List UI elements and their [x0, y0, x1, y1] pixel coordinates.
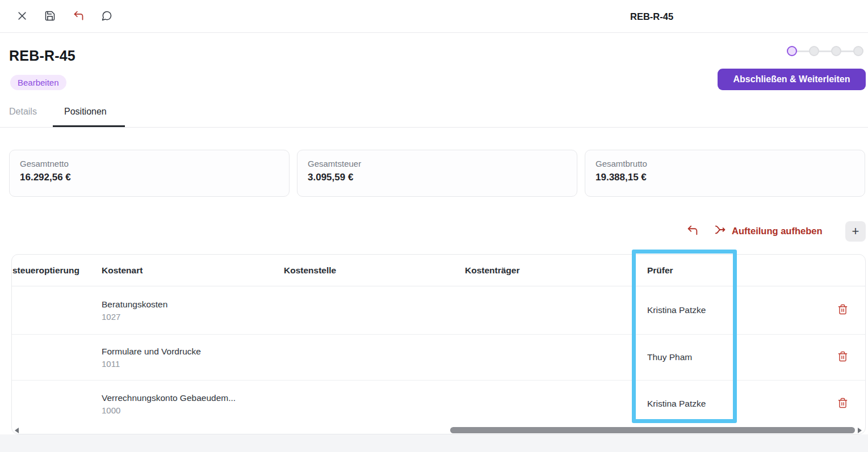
trash-icon [837, 351, 848, 364]
delete-row-button[interactable] [835, 396, 850, 411]
app-window: REB-R-45 REB-R-45 Bearbeiten Abschließen… [0, 0, 868, 452]
scrollbar-thumb[interactable] [450, 427, 855, 433]
kostenart-name: Beratungskosten [102, 299, 167, 310]
finish-forward-button[interactable]: Abschließen & Weiterleiten [718, 69, 866, 90]
stepper-connector [796, 50, 810, 52]
add-position-button[interactable]: + [845, 221, 866, 242]
tab-details[interactable]: Details [9, 107, 37, 117]
status-badge: Bearbeiten [10, 75, 66, 90]
save-button[interactable] [43, 10, 57, 23]
column-header-kostentraeger: Kostenträger [465, 255, 519, 286]
trash-icon [837, 398, 848, 410]
totals-cards: Gesamtnetto 16.292,56 € Gesamtsteuer 3.0… [9, 150, 865, 197]
scroll-left-arrow[interactable] [15, 428, 19, 433]
kostenart-cell: Formulare und Vordrucke 1011 [102, 347, 201, 369]
kostenart-code: 1000 [102, 405, 236, 415]
undo-icon [73, 10, 85, 23]
pruefer-cell: Kristina Patzke [647, 399, 706, 409]
table-row[interactable]: Beratungskosten 1027 Kristina Patzke [12, 286, 865, 335]
tabs-divider [0, 127, 868, 128]
card-label: Gesamtbrutto [596, 159, 854, 168]
table-row[interactable]: Verrechnungskonto Gebaeudem... 1000 Kris… [12, 381, 865, 426]
stepper-step-3[interactable] [831, 46, 841, 56]
stepper-step-4[interactable] [853, 46, 863, 56]
page-title: REB-R-45 [9, 48, 76, 64]
card-value: 19.388,15 € [596, 172, 854, 183]
top-toolbar: REB-R-45 [0, 0, 868, 33]
kostenart-name: Verrechnungskonto Gebaeudem... [102, 392, 236, 403]
card-value: 16.292,56 € [20, 172, 279, 183]
positions-table: steueroptierung Kostenart Kostenstelle K… [11, 254, 866, 434]
comment-button[interactable] [100, 10, 114, 23]
unsplit-label: Aufteilung aufheben [732, 226, 823, 236]
pruefer-cell: Thuy Pham [647, 352, 692, 362]
unsplit-button[interactable]: Aufteilung aufheben [714, 222, 823, 239]
kostenart-cell: Verrechnungskonto Gebaeudem... 1000 [102, 392, 236, 415]
table-row[interactable]: Formulare und Vordrucke 1011 Thuy Pham [12, 335, 865, 381]
comment-icon [101, 10, 112, 23]
save-icon [44, 10, 56, 23]
delete-row-button[interactable] [835, 350, 850, 365]
undo-icon [686, 224, 699, 238]
column-header-pruefer: Prüfer [647, 255, 673, 286]
tab-positionen[interactable]: Positionen [64, 107, 107, 117]
delete-row-button[interactable] [835, 303, 850, 318]
horizontal-scrollbar [12, 425, 865, 434]
kostenart-code: 1011 [102, 359, 201, 369]
column-header-steueroptierung: steueroptierung [12, 255, 79, 286]
trash-icon [837, 304, 848, 316]
table-undo-button[interactable] [685, 223, 700, 238]
progress-stepper [787, 46, 866, 56]
card-value: 3.095,59 € [308, 172, 567, 183]
pruefer-cell: Kristina Patzke [647, 305, 706, 315]
column-header-kostenart: Kostenart [102, 255, 142, 286]
stepper-step-2[interactable] [809, 46, 819, 56]
stepper-connector [819, 50, 832, 52]
window-title: REB-R-45 [630, 0, 673, 33]
scroll-right-arrow[interactable] [858, 428, 862, 433]
kostenart-name: Formulare und Vordrucke [102, 347, 201, 357]
stepper-step-1[interactable] [787, 46, 797, 56]
card-label: Gesamtsteuer [308, 159, 567, 168]
card-gesamtsteuer: Gesamtsteuer 3.095,59 € [297, 150, 577, 197]
kostenart-code: 1027 [102, 312, 167, 322]
kostenart-cell: Beratungskosten 1027 [102, 299, 167, 322]
card-gesamtnetto: Gesamtnetto 16.292,56 € [9, 150, 290, 197]
card-label: Gesamtnetto [20, 159, 279, 168]
close-icon [16, 10, 28, 23]
card-gesamtbrutto: Gesamtbrutto 19.388,15 € [585, 150, 865, 197]
merge-arrows-icon [714, 223, 727, 238]
undo-button[interactable] [72, 10, 85, 23]
close-button[interactable] [15, 10, 29, 23]
stepper-connector [841, 50, 854, 52]
column-header-kostenstelle: Kostenstelle [284, 255, 336, 286]
table-header-row: steueroptierung Kostenart Kostenstelle K… [12, 255, 865, 286]
